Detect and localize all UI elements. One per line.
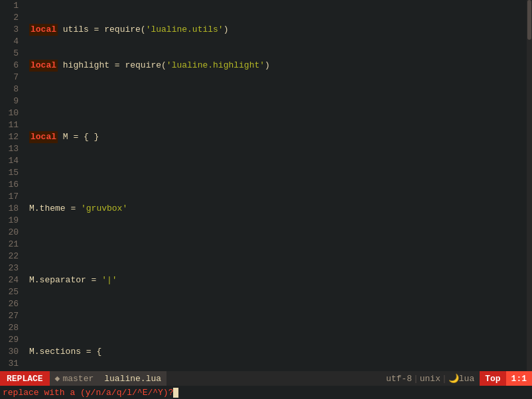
code-line-6: M.theme = 'gruvbox'	[29, 203, 527, 215]
line-num-17: 17	[3, 191, 19, 203]
code-line-4: local M = { }	[29, 131, 527, 143]
scrollbar-thumb[interactable]	[527, 0, 531, 40]
line-num-3: 3	[3, 24, 19, 36]
line-num-4: 4	[3, 36, 19, 48]
status-spacer	[166, 371, 381, 386]
line-num-7: 7	[3, 72, 19, 84]
statusline: REPLACE ◆ master lualine.lua utf-8 | uni…	[0, 371, 532, 386]
status-position: 1:1	[506, 371, 532, 386]
code-line-7	[29, 239, 527, 251]
line-num-26: 26	[3, 298, 19, 310]
line-num-15: 15	[3, 167, 19, 179]
line-num-13: 13	[3, 143, 19, 155]
line-num-28: 28	[3, 322, 19, 334]
scrollbar[interactable]	[527, 0, 532, 371]
line-num-27: 27	[3, 310, 19, 322]
code-line-8: M.separator = '|'	[29, 274, 527, 286]
line-numbers: 1 2 3 4 5 6 7 8 9 10 11 12 13 14 15 16 1…	[0, 0, 24, 371]
editor-area: 1 2 3 4 5 6 7 8 9 10 11 12 13 14 15 16 1…	[0, 0, 532, 371]
line-num-1: 1	[3, 0, 19, 12]
line-num-14: 14	[3, 155, 19, 167]
keyword-local: local	[29, 131, 58, 143]
line-num-30: 30	[3, 346, 19, 358]
status-encoding: utf-8 | unix | 🌙 lua	[381, 371, 480, 386]
status-branch: ◆ master	[50, 371, 100, 386]
filetype-icon: 🌙	[448, 373, 459, 384]
cmdline[interactable]: replace with a (y/n/a/q/l/^E/^Y)?	[0, 386, 532, 399]
code-line-9	[29, 310, 527, 322]
format-label: unix	[420, 374, 440, 384]
status-top-label: Top	[480, 371, 505, 386]
code-line-10: M.sections = {	[29, 346, 527, 358]
line-num-11: 11	[3, 119, 19, 131]
line-num-25: 25	[3, 286, 19, 298]
line-num-20: 20	[3, 227, 19, 239]
branch-name: master	[62, 374, 94, 384]
line-num-6: 6	[3, 60, 19, 72]
code-line-1: local utils = require('lualine.utils')	[29, 24, 527, 36]
line-num-24: 24	[3, 274, 19, 286]
code-line-5	[29, 167, 527, 179]
line-num-22: 22	[3, 251, 19, 262]
status-mode: REPLACE	[0, 371, 50, 386]
line-num-9: 9	[3, 95, 19, 107]
line-num-19: 19	[3, 215, 19, 227]
line-num-12: 12	[3, 131, 19, 143]
code-line-2: local highlight = require('lualine.highl…	[29, 60, 527, 72]
cmdline-text: replace with a (y/n/a/q/l/^E/^Y)?	[3, 388, 173, 398]
keyword-local: local	[29, 24, 58, 36]
line-num-2: 2	[3, 12, 19, 24]
line-num-10: 10	[3, 107, 19, 119]
line-num-29: 29	[3, 334, 19, 346]
encoding-label: utf-8	[386, 374, 412, 384]
line-num-21: 21	[3, 239, 19, 251]
code-content: local utils = require('lualine.utils') l…	[24, 0, 527, 371]
line-num-8: 8	[3, 84, 19, 95]
code-line-3	[29, 95, 527, 107]
line-num-18: 18	[3, 203, 19, 215]
git-icon: ◆	[55, 373, 60, 384]
line-num-5: 5	[3, 48, 19, 60]
keyword-local: local	[29, 60, 58, 72]
line-num-16: 16	[3, 179, 19, 191]
status-filename: lualine.lua	[99, 371, 166, 386]
line-num-31: 31	[3, 358, 19, 370]
line-num-23: 23	[3, 262, 19, 274]
